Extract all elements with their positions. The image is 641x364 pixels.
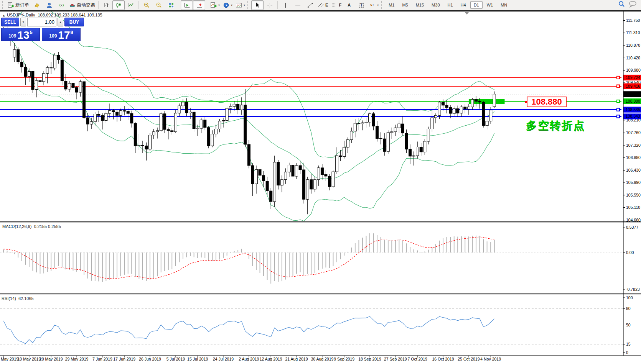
signal-icon	[58, 2, 65, 8]
svg-text:109.135: 109.135	[626, 92, 640, 96]
one-click-trading-panel: SELL ▼ ▲ BUY 109135 109179	[1, 18, 84, 41]
fibonacci-button[interactable]: F	[330, 0, 343, 10]
turning-point-note[interactable]: 多空转折点	[526, 118, 585, 133]
toolbar-grip[interactable]	[247, 1, 250, 9]
sell-button[interactable]: SELL	[1, 18, 19, 26]
macd-name: MACD(12,26,9)	[2, 224, 31, 229]
tf-button-M15[interactable]: M15	[412, 1, 427, 9]
new-order-icon	[8, 2, 14, 8]
tf-button-M5[interactable]: M5	[399, 1, 411, 9]
svg-text:15: 15	[626, 342, 631, 346]
search-icon[interactable]	[618, 0, 626, 10]
svg-text:105.110: 105.110	[626, 205, 640, 210]
horizontal-line-button[interactable]	[292, 0, 304, 10]
toolbar-grip[interactable]	[2, 1, 5, 9]
crosshair-button[interactable]	[264, 0, 276, 10]
community-icon	[46, 2, 53, 8]
arrows-button[interactable]: ▾	[367, 0, 380, 10]
signal-button[interactable]	[55, 0, 68, 10]
equidistant-channel-icon	[318, 2, 324, 8]
svg-text:12 Aug 2019: 12 Aug 2019	[260, 357, 282, 361]
chart-canvas[interactable]: 111.750111.310110.870110.420109.980109.5…	[0, 11, 641, 364]
periods-button[interactable]: ▾	[221, 0, 234, 10]
text-icon: A	[348, 3, 351, 7]
svg-text:25 Oct 2019: 25 Oct 2019	[458, 357, 480, 361]
new-order-button[interactable]: 新订单	[6, 0, 31, 10]
ohlc-values: 108.692 109.233 108.641 109.135	[38, 13, 102, 17]
clock-icon	[223, 2, 229, 8]
svg-text:0: 0	[626, 350, 628, 355]
svg-text:105.550: 105.550	[626, 193, 641, 197]
svg-text:0.00: 0.00	[626, 250, 634, 255]
vertical-line-button[interactable]	[279, 0, 292, 10]
auto-trading-button[interactable]: 自动交易	[68, 0, 97, 10]
zoom-in-button[interactable]	[140, 0, 153, 10]
buy-button[interactable]: BUY	[64, 18, 84, 26]
crosshair-icon	[267, 2, 273, 8]
indicators-icon	[210, 2, 217, 8]
svg-text:7 Oct 2019: 7 Oct 2019	[408, 357, 428, 361]
quotes-button[interactable]	[31, 0, 43, 10]
text-label-icon: T	[359, 3, 364, 8]
svg-text:10 May 2019: 10 May 2019	[18, 357, 41, 361]
volume-input[interactable]	[27, 18, 56, 26]
svg-text:111.750: 111.750	[626, 18, 640, 23]
toolbar-grip[interactable]	[381, 1, 383, 9]
buy-price-point: 9	[70, 30, 73, 35]
bar-chart-icon	[103, 2, 110, 8]
chart-shift-button[interactable]	[193, 0, 205, 10]
svg-text:50: 50	[626, 323, 631, 327]
tf-button-D1[interactable]: D1	[470, 1, 483, 9]
text-button[interactable]: A	[343, 0, 355, 10]
indicators-button[interactable]: ▾	[209, 0, 221, 10]
templates-button[interactable]: ▾	[234, 0, 247, 10]
line-chart-button[interactable]	[125, 0, 137, 10]
svg-text:108.343: 108.343	[626, 114, 640, 118]
svg-text:107.760: 107.760	[626, 130, 641, 135]
separator	[138, 1, 139, 9]
quotes-icon	[34, 2, 40, 8]
auto-scroll-button[interactable]	[181, 0, 193, 10]
collapse-arrow-icon[interactable]: ▲	[2, 14, 5, 17]
trendline-button[interactable]	[304, 0, 316, 10]
svg-text:0.5377: 0.5377	[626, 225, 638, 230]
tf-button-M30[interactable]: M30	[428, 1, 443, 9]
sell-price-display[interactable]: 109135	[1, 28, 40, 41]
bar-chart-button[interactable]	[100, 0, 112, 10]
equidistant-channel-button[interactable]: E	[316, 0, 330, 10]
rsi-name: RSI(14)	[2, 296, 16, 301]
tf-button-H4[interactable]: H4	[457, 1, 470, 9]
price-level-annotation[interactable]: 108.880	[527, 97, 567, 107]
chart-shift-icon	[196, 2, 203, 8]
svg-text:108.585: 108.585	[626, 107, 640, 112]
cursor-button[interactable]	[251, 0, 264, 10]
svg-text:9 Sep 2019: 9 Sep 2019	[334, 357, 354, 361]
separator	[179, 1, 179, 9]
text-label-button[interactable]: T	[355, 0, 367, 10]
zoom-out-button[interactable]	[153, 0, 165, 10]
volume-decrease-button[interactable]: ▼	[20, 18, 26, 26]
tile-windows-icon	[168, 2, 175, 8]
new-order-label: 新订单	[15, 2, 29, 8]
candlestick-chart-button[interactable]	[112, 0, 125, 10]
chart-render-layer: 111.750111.310110.870110.420109.980109.5…	[0, 11, 641, 361]
candlestick-chart-icon	[115, 2, 122, 8]
buy-price-display[interactable]: 109179	[42, 28, 81, 41]
community-button[interactable]	[43, 0, 55, 10]
templates-icon	[236, 2, 242, 8]
horizontal-line-icon	[295, 2, 301, 8]
separator	[277, 1, 278, 9]
svg-text:24 Jul 2019: 24 Jul 2019	[213, 357, 234, 361]
svg-text:105.990: 105.990	[626, 180, 641, 185]
tf-button-W1[interactable]: W1	[483, 1, 497, 9]
sell-price-pips: 13	[17, 30, 29, 40]
tf-button-M1[interactable]: M1	[385, 1, 398, 9]
svg-text:15 Jul 2019: 15 Jul 2019	[187, 357, 208, 361]
tf-button-MN[interactable]: MN	[497, 1, 511, 9]
volume-increase-button[interactable]: ▲	[58, 18, 63, 26]
svg-text:100: 100	[626, 295, 633, 300]
tile-windows-button[interactable]	[165, 0, 177, 10]
chat-icon[interactable]	[629, 0, 637, 10]
tf-button-H1[interactable]: H1	[444, 1, 456, 9]
svg-text:110.420: 110.420	[626, 56, 640, 60]
